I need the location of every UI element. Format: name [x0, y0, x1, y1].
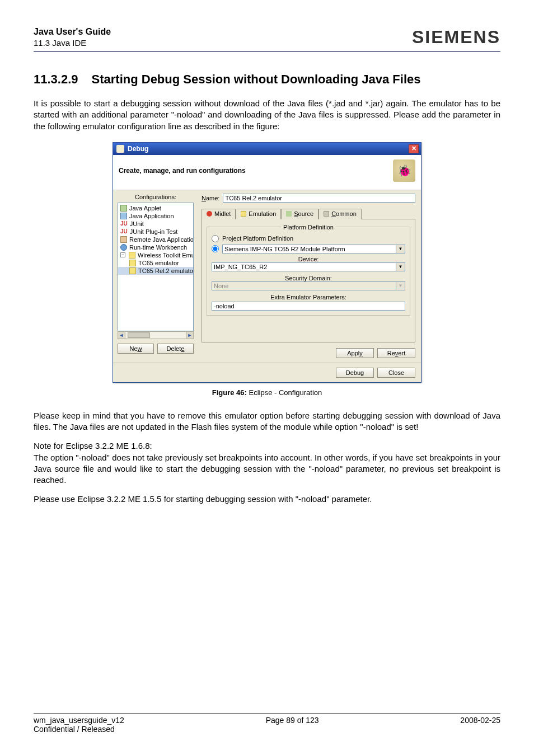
bug-icon: [393, 159, 415, 182]
emulation-icon: [241, 211, 246, 217]
project-platform-label: Project Platform Definition: [222, 235, 293, 242]
common-icon: [324, 211, 329, 217]
project-platform-radio[interactable]: [212, 235, 219, 242]
runtime-icon: [120, 244, 127, 251]
platform-definition-legend: Platform Definition: [281, 224, 336, 231]
doc-title: Java User's Guide: [34, 27, 111, 37]
tab-body-emulation: Platform Definition Project Platform Def…: [202, 219, 415, 342]
chevron-down-icon: ▼: [396, 281, 405, 290]
specific-platform-value[interactable]: [222, 245, 396, 253]
header-left: Java User's Guide 11.3 Java IDE: [34, 27, 111, 48]
configurations-tree[interactable]: Java Applet Java Application JUJUnit JUJ…: [118, 203, 194, 331]
paragraph-recommendation: Please use Eclipse 3.2.2 ME 1.5.5 for st…: [34, 494, 500, 505]
close-icon[interactable]: ✕: [409, 144, 419, 153]
apply-button[interactable]: Apply: [336, 348, 374, 358]
paragraph-warning: Please keep in mind that you have to rem…: [34, 410, 500, 433]
section-subtitle: 11.3 Java IDE: [34, 38, 111, 48]
tree-item-tc65-emulator[interactable]: TC65 emulator: [118, 259, 193, 267]
name-label: Name:: [202, 195, 219, 201]
delete-button[interactable]: Delete: [157, 344, 194, 354]
revert-button[interactable]: Revert: [377, 348, 415, 358]
source-icon: [286, 211, 292, 217]
tab-bar: Midlet Emulation Source Common: [202, 208, 415, 219]
section-heading-text: Starting Debug Session without Downloadi…: [92, 72, 421, 86]
remote-icon: [120, 236, 127, 243]
debug-dialog: Debug ✕ Create, manage, and run configur…: [113, 142, 421, 383]
new-button[interactable]: New: [118, 344, 154, 354]
project-platform-radio-row[interactable]: Project Platform Definition: [212, 235, 405, 242]
extra-params-input[interactable]: [212, 302, 405, 311]
tree-item-remote-java[interactable]: Remote Java Applicatio: [118, 236, 193, 243]
paragraph-note: The option "-noload" does not take previ…: [34, 452, 500, 486]
tab-midlet[interactable]: Midlet: [202, 209, 236, 219]
dialog-titlebar[interactable]: Debug ✕: [113, 143, 421, 155]
section-number: 11.3.2.9: [34, 72, 78, 87]
tree-hscrollbar[interactable]: ◄ ►: [118, 331, 194, 339]
paragraph-intro: It is possible to start a debugging sess…: [34, 98, 500, 132]
dialog-banner: Create, manage, and run configurations: [113, 155, 421, 190]
footer-confidentiality: Confidential / Released: [34, 725, 124, 734]
applet-icon: [120, 205, 127, 212]
platform-definition-group: Platform Definition Project Platform Def…: [207, 224, 410, 316]
specific-platform-combo[interactable]: ▼: [222, 245, 405, 253]
application-icon: [120, 213, 127, 219]
tab-source[interactable]: Source: [281, 209, 318, 219]
specific-platform-radio[interactable]: [212, 245, 219, 252]
scroll-thumb[interactable]: [128, 332, 150, 338]
footer-docid: wm_java_usersguide_v12: [34, 716, 124, 725]
tree-button-row: New Delete: [118, 344, 194, 354]
apply-revert-row: Apply Revert: [202, 348, 415, 358]
extra-params-label: Extra Emulator Parameters:: [212, 294, 405, 300]
section-heading: 11.3.2.9Starting Debug Session without D…: [34, 72, 500, 87]
specific-platform-radio-row[interactable]: ▼: [212, 245, 405, 253]
midlet-icon: [207, 211, 212, 217]
device-value[interactable]: [212, 262, 396, 271]
tab-common[interactable]: Common: [318, 209, 362, 219]
scroll-right-icon[interactable]: ►: [186, 331, 194, 339]
eclipse-icon: [116, 145, 124, 153]
figure-wrap: Debug ✕ Create, manage, and run configur…: [34, 142, 500, 383]
tree-item-junit[interactable]: JUJUnit: [118, 220, 193, 228]
figure-caption: Figure 46: Eclipse - Configuration: [34, 388, 500, 397]
tree-item-tc65-rel2[interactable]: TC65 Rel.2 emulato: [118, 267, 193, 275]
security-domain-value: [212, 281, 396, 290]
page-header: Java User's Guide 11.3 Java IDE SIEMENS: [34, 27, 500, 52]
tree-item-junit-plugin[interactable]: JUJUnit Plug-in Test: [118, 228, 193, 236]
config-detail-pane: Name: Midlet Emulation Source Common Pla…: [197, 190, 421, 363]
tree-item-wtk[interactable]: −Wireless Toolkit Emulato: [118, 251, 193, 259]
tree-item-java-application[interactable]: Java Application: [118, 212, 193, 220]
dialog-footer: Debug Close: [113, 363, 421, 382]
scroll-track[interactable]: [125, 331, 186, 339]
chevron-down-icon[interactable]: ▼: [396, 245, 405, 253]
name-row: Name:: [202, 194, 415, 203]
tree-item-runtime-workbench[interactable]: Run-time Workbench: [118, 243, 193, 251]
name-input[interactable]: [223, 194, 415, 203]
wtk-icon: [129, 252, 135, 259]
brand-logo: SIEMENS: [412, 27, 500, 48]
wtk-icon: [129, 267, 136, 274]
dialog-body: Configurations: Java Applet Java Applica…: [113, 190, 421, 363]
footer-date: 2008-02-25: [460, 716, 500, 734]
junit-icon: JU: [120, 220, 128, 227]
close-button[interactable]: Close: [377, 368, 415, 378]
device-label: Device:: [212, 256, 405, 262]
debug-button[interactable]: Debug: [336, 368, 374, 378]
footer-left: wm_java_usersguide_v12 Confidential / Re…: [34, 716, 124, 734]
dialog-title: Debug: [128, 145, 148, 153]
device-combo[interactable]: ▼: [212, 262, 405, 271]
page-footer: wm_java_usersguide_v12 Confidential / Re…: [34, 713, 500, 734]
tree-item-java-applet[interactable]: Java Applet: [118, 204, 193, 212]
wtk-icon: [129, 260, 136, 266]
configurations-pane: Configurations: Java Applet Java Applica…: [113, 190, 197, 363]
figure-caption-text: Eclipse - Configuration: [247, 388, 322, 397]
footer-page: Page 89 of 123: [266, 716, 319, 734]
security-domain-label: Security Domain:: [212, 275, 405, 281]
figure-caption-bold: Figure 46:: [212, 388, 247, 397]
chevron-down-icon[interactable]: ▼: [396, 262, 405, 271]
collapse-icon[interactable]: −: [120, 252, 125, 257]
scroll-left-icon[interactable]: ◄: [118, 331, 125, 339]
note-heading: Note for Eclipse 3.2.2 ME 1.6.8:: [34, 440, 500, 452]
configurations-label: Configurations:: [118, 194, 194, 200]
tab-emulation[interactable]: Emulation: [236, 209, 281, 219]
junit-plugin-icon: JU: [120, 228, 128, 234]
